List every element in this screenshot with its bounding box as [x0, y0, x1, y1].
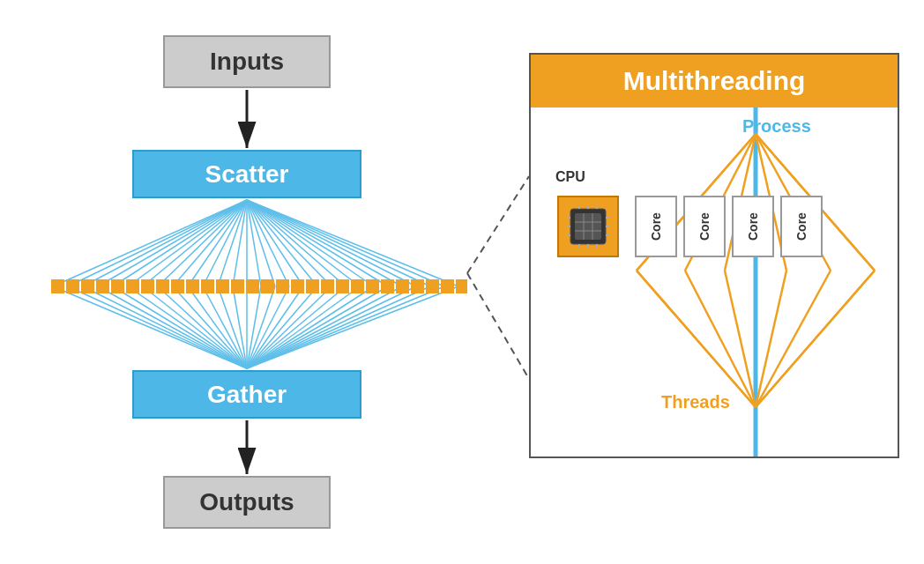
svg-line-46: [233, 286, 247, 368]
multithreading-panel: Multithreading Process: [529, 53, 899, 458]
scatter-gather-diagram: Inputs Scatter Gather Outputs: [26, 18, 467, 546]
svg-rect-70: [156, 279, 169, 293]
svg-line-32: [247, 200, 444, 286]
svg-line-60: [247, 286, 430, 368]
svg-line-8: [98, 200, 247, 286]
svg-line-27: [247, 200, 374, 286]
svg-line-42: [173, 286, 247, 368]
panel-title: Multithreading: [623, 66, 806, 96]
core-box-4: Core: [780, 196, 823, 257]
svg-rect-88: [426, 279, 439, 293]
svg-line-23: [247, 200, 317, 286]
svg-line-14: [188, 200, 247, 286]
svg-rect-63: [51, 279, 64, 293]
cpu-box: [557, 196, 619, 257]
svg-rect-89: [441, 279, 454, 293]
scatter-box: Scatter: [132, 150, 361, 198]
svg-line-52: [247, 286, 317, 368]
svg-line-17: [233, 200, 247, 286]
svg-line-0: [467, 176, 529, 273]
svg-line-101: [756, 271, 786, 407]
svg-rect-68: [126, 279, 139, 293]
svg-line-57: [247, 286, 388, 368]
inputs-box: Inputs: [163, 35, 331, 88]
panel-header: Multithreading: [531, 55, 898, 108]
outputs-box: Outputs: [163, 476, 331, 529]
svg-rect-64: [66, 279, 79, 293]
gather-label: Gather: [207, 381, 287, 409]
svg-line-43: [188, 286, 247, 368]
svg-line-36: [83, 286, 247, 368]
outputs-label: Outputs: [199, 488, 294, 516]
svg-line-19: [247, 200, 261, 286]
svg-line-48: [247, 286, 261, 368]
svg-rect-83: [351, 279, 364, 293]
svg-rect-82: [336, 279, 349, 293]
svg-rect-72: [186, 279, 199, 293]
svg-line-62: [247, 286, 458, 368]
svg-line-49: [247, 286, 275, 368]
svg-rect-80: [306, 279, 319, 293]
svg-rect-90: [456, 279, 467, 293]
svg-line-59: [247, 286, 416, 368]
svg-rect-65: [81, 279, 94, 293]
svg-rect-87: [411, 279, 424, 293]
svg-rect-84: [366, 279, 379, 293]
svg-rect-78: [276, 279, 289, 293]
svg-line-26: [247, 200, 360, 286]
svg-line-11: [143, 200, 247, 286]
svg-rect-77: [261, 279, 274, 293]
inputs-label: Inputs: [210, 48, 284, 76]
svg-line-9: [113, 200, 247, 286]
svg-line-53: [247, 286, 332, 368]
svg-line-56: [247, 286, 374, 368]
svg-line-22: [247, 200, 303, 286]
svg-line-35: [68, 286, 247, 368]
core-box-2: Core: [683, 196, 726, 257]
svg-line-50: [247, 286, 289, 368]
svg-line-37: [98, 286, 247, 368]
svg-line-55: [247, 286, 360, 368]
svg-line-16: [218, 200, 247, 286]
svg-line-24: [247, 200, 332, 286]
svg-line-33: [247, 200, 458, 286]
svg-line-58: [247, 286, 402, 368]
svg-rect-109: [575, 213, 601, 240]
svg-line-21: [247, 200, 289, 286]
svg-line-13: [173, 200, 247, 286]
svg-rect-71: [171, 279, 184, 293]
svg-line-5: [53, 200, 247, 286]
svg-line-25: [247, 200, 346, 286]
svg-line-107: [756, 271, 875, 407]
svg-line-12: [158, 200, 247, 286]
svg-line-28: [247, 200, 388, 286]
svg-rect-75: [231, 279, 244, 293]
svg-line-102: [756, 271, 831, 407]
svg-line-30: [247, 200, 416, 286]
svg-line-45: [218, 286, 247, 368]
core-box-1: Core: [635, 196, 677, 257]
svg-line-7: [83, 200, 247, 286]
panel-body: Process: [531, 108, 898, 456]
svg-line-61: [247, 286, 444, 368]
svg-rect-67: [111, 279, 124, 293]
svg-line-100: [725, 271, 756, 407]
scatter-label: Scatter: [205, 160, 289, 189]
svg-line-51: [247, 286, 303, 368]
gather-box: Gather: [132, 370, 361, 419]
svg-line-34: [53, 286, 247, 368]
svg-rect-79: [291, 279, 304, 293]
svg-line-31: [247, 200, 430, 286]
cpu-label: CPU: [555, 169, 585, 185]
svg-line-15: [203, 200, 247, 286]
svg-line-10: [128, 200, 247, 286]
svg-line-44: [203, 286, 247, 368]
svg-rect-66: [96, 279, 109, 293]
svg-line-6: [68, 200, 247, 286]
svg-rect-86: [396, 279, 409, 293]
core-box-3: Core: [732, 196, 774, 257]
svg-rect-85: [381, 279, 394, 293]
svg-line-40: [143, 286, 247, 368]
svg-line-39: [128, 286, 247, 368]
svg-rect-81: [321, 279, 334, 293]
